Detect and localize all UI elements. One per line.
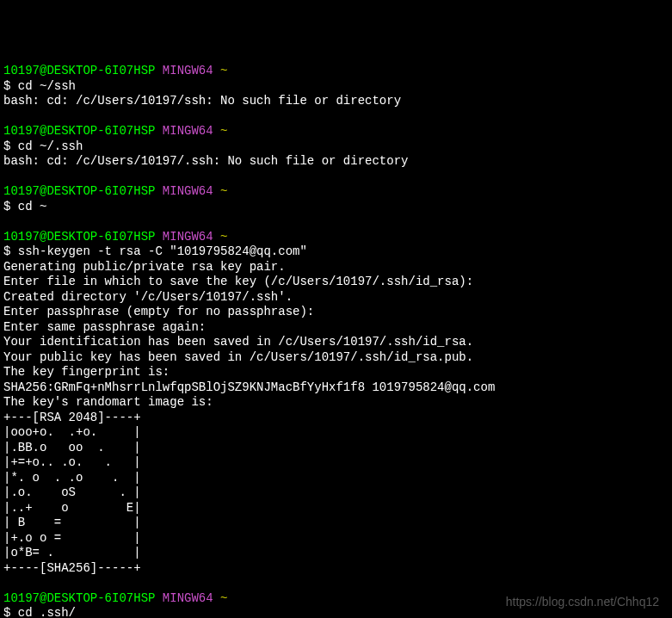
output-line: Your identification has been saved in /c… bbox=[3, 335, 669, 350]
prompt-path: ~ bbox=[220, 64, 227, 77]
command-line: $ cd ~ bbox=[3, 200, 669, 215]
output-line: Your public key has been saved in /c/Use… bbox=[3, 350, 669, 366]
output-line: The key fingerprint is: bbox=[3, 365, 669, 380]
prompt-line: 10197@DESKTOP-6I07HSP MINGW64 ~ bbox=[3, 124, 669, 139]
prompt-env: MINGW64 bbox=[163, 184, 213, 198]
output-line bbox=[3, 214, 669, 230]
prompt-path: ~ bbox=[220, 124, 227, 138]
output-line: Generating public/private rsa key pair. bbox=[3, 260, 669, 275]
output-line: SHA256:GRmFq+nMhsrrLnlwfqpSBlOjSZ9KNJMac… bbox=[3, 380, 669, 396]
prompt-user: 10197@DESKTOP-6I07HSP bbox=[3, 64, 155, 77]
terminal-output[interactable]: 10197@DESKTOP-6I07HSP MINGW64 ~$ cd ~/ss… bbox=[3, 64, 669, 618]
output-line bbox=[3, 109, 669, 125]
prompt-user: 10197@DESKTOP-6I07HSP bbox=[3, 230, 155, 244]
output-line: Enter passphrase (empty for no passphras… bbox=[3, 305, 669, 320]
output-line: Created directory '/c/Users/10197/.ssh'. bbox=[3, 290, 669, 306]
prompt-line: 10197@DESKTOP-6I07HSP MINGW64 ~ bbox=[3, 64, 669, 79]
output-line: |*. o . .o . | bbox=[3, 471, 669, 486]
prompt-env: MINGW64 bbox=[163, 591, 213, 605]
prompt-env: MINGW64 bbox=[163, 64, 213, 77]
watermark-text: https://blog.csdn.net/Chhq12 bbox=[506, 595, 659, 610]
output-line: |.BB.o oo . | bbox=[3, 441, 669, 456]
prompt-path: ~ bbox=[220, 184, 227, 198]
output-line: bash: cd: /c/Users/10197/ssh: No such fi… bbox=[3, 94, 669, 109]
output-line: Enter same passphrase again: bbox=[3, 320, 669, 336]
prompt-user: 10197@DESKTOP-6I07HSP bbox=[3, 591, 155, 605]
output-line: |o*B= . | bbox=[3, 546, 669, 561]
prompt-env: MINGW64 bbox=[163, 230, 213, 244]
prompt-path: ~ bbox=[220, 591, 227, 605]
output-line: bash: cd: /c/Users/10197/.ssh: No such f… bbox=[3, 154, 669, 170]
output-line bbox=[3, 170, 669, 185]
output-line: +---[RSA 2048]----+ bbox=[3, 411, 669, 426]
output-line: Enter file in which to save the key (/c/… bbox=[3, 275, 669, 290]
prompt-line: 10197@DESKTOP-6I07HSP MINGW64 ~ bbox=[3, 184, 669, 200]
prompt-user: 10197@DESKTOP-6I07HSP bbox=[3, 184, 155, 198]
command-line: $ ssh-keygen -t rsa -C "1019795824@qq.co… bbox=[3, 244, 669, 260]
command-line: $ cd ~/.ssh bbox=[3, 139, 669, 155]
output-line: +----[SHA256]-----+ bbox=[3, 561, 669, 577]
prompt-user: 10197@DESKTOP-6I07HSP bbox=[3, 124, 155, 138]
prompt-path: ~ bbox=[220, 230, 227, 244]
output-line: |+.o o = | bbox=[3, 531, 669, 547]
output-line: The key's randomart image is: bbox=[3, 395, 669, 411]
output-line bbox=[3, 576, 669, 591]
prompt-env: MINGW64 bbox=[163, 124, 213, 138]
prompt-line: 10197@DESKTOP-6I07HSP MINGW64 ~ bbox=[3, 230, 669, 245]
command-line: $ cd ~/ssh bbox=[3, 79, 669, 95]
output-line: |+=+o.. .o. . | bbox=[3, 455, 669, 471]
output-line: |.o. oS . | bbox=[3, 485, 669, 501]
output-line: |..+ o E| bbox=[3, 501, 669, 516]
output-line: |ooo+o. .+o. | bbox=[3, 425, 669, 441]
output-line: | B = | bbox=[3, 516, 669, 531]
